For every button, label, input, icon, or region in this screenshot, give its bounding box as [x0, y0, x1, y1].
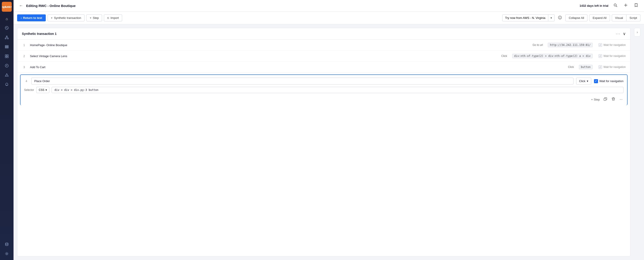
import-label: Import	[110, 16, 119, 19]
step-selector-1: http://34.242.111.159:81/	[548, 43, 592, 47]
sidebar-item-apm[interactable]	[2, 24, 11, 32]
app-logo[interactable]: splunk>	[2, 2, 12, 12]
script-button[interactable]: Script	[626, 14, 640, 21]
step-nav-label-4: Wait for navigation	[600, 79, 624, 83]
add-step-plus-icon: +	[591, 98, 593, 101]
step-4-bottom: Selector CSS ▾	[24, 87, 624, 93]
chevron-left-icon: ‹	[21, 16, 22, 19]
svg-point-3	[8, 38, 8, 39]
logs-icon	[5, 45, 9, 50]
script-label: Script	[630, 16, 637, 19]
step-nav-check-1[interactable]: ✓	[598, 43, 602, 47]
search-button[interactable]	[612, 2, 619, 9]
transaction-header: Synthetic transaction 1 ··· ∨	[17, 28, 630, 40]
main-area: ← Editing RWC - Online Boutique 1432 day…	[14, 0, 644, 260]
svg-line-5	[7, 37, 8, 38]
sidebar-item-rum[interactable]	[2, 62, 11, 70]
step-num-3: 3	[22, 65, 26, 69]
region-label: Try now from AWS - N. Virginia	[505, 16, 546, 19]
selector-type-value: CSS	[39, 88, 44, 92]
home-icon: ⌂	[6, 17, 8, 21]
view-toggle: Visual Script	[612, 14, 640, 21]
sidebar-item-home[interactable]: ⌂	[2, 15, 11, 23]
sidebar-item-infrastructure[interactable]	[2, 34, 11, 42]
import-icon: ⎋	[107, 16, 109, 19]
table-row-active: 4 Click ▾ Wait for navigation	[20, 74, 628, 105]
step-nav-check-3[interactable]: ✓	[598, 65, 602, 69]
visual-label: Visual	[615, 16, 623, 19]
chevron-right-icon: ›	[637, 30, 638, 34]
sidebar-item-alerts[interactable]	[2, 72, 11, 80]
synthetic-transaction-label: Synthetic transaction	[54, 16, 81, 19]
step-action-label-2: Click	[501, 54, 507, 58]
step-num-2: 2	[22, 54, 26, 58]
plus-icon-2: +	[90, 16, 92, 19]
add-button[interactable]	[622, 2, 629, 9]
apm-icon	[5, 26, 9, 31]
svg-rect-11	[5, 56, 6, 58]
data-management-icon	[5, 242, 9, 247]
step-nav-label-1: Wait for navigation	[604, 43, 626, 47]
table-row: 3 Add To Cart Click button ✓ Wait for na…	[17, 62, 630, 73]
bookmark-button[interactable]	[633, 2, 640, 9]
transaction-panel: Synthetic transaction 1 ··· ∨ 1 HomePage…	[17, 28, 630, 257]
add-step-label: Step	[594, 98, 600, 101]
svg-rect-12	[7, 56, 8, 58]
top-header: ← Editing RWC - Online Boutique 1432 day…	[14, 0, 644, 12]
selector-value-input[interactable]	[52, 87, 624, 93]
more-options-button[interactable]: ···	[619, 97, 624, 102]
content-area: Synthetic transaction 1 ··· ∨ 1 HomePage…	[14, 24, 644, 260]
step-nav-label-3: Wait for navigation	[604, 65, 626, 69]
sidebar-item-dashboards[interactable]	[2, 53, 11, 61]
selector-label: Selector	[24, 88, 34, 92]
step-nav-3: ✓ Wait for navigation	[598, 65, 626, 69]
collapse-all-button[interactable]: Collapse All	[565, 14, 588, 21]
svg-point-16	[6, 243, 8, 244]
step-selector-2: div:nth-of-type(2) > div:nth-of-type(2) …	[512, 54, 593, 58]
info-button[interactable]	[556, 15, 564, 21]
step-action-select-4[interactable]: Click ▾	[576, 78, 591, 85]
expand-all-button[interactable]: Expand All	[589, 14, 610, 21]
back-button[interactable]: ←	[18, 2, 24, 9]
transaction-collapse-button[interactable]: ∨	[623, 31, 626, 36]
return-to-test-button[interactable]: ‹ Return to test	[17, 14, 46, 21]
step-label: Step	[93, 16, 99, 19]
sidebar-item-settings[interactable]	[2, 250, 11, 258]
sidebar-item-data-management[interactable]	[2, 241, 11, 249]
step-nav-4: Wait for navigation	[594, 79, 624, 83]
right-panel-collapse-button[interactable]: ›	[634, 28, 640, 36]
wait-nav-checkbox-4[interactable]	[594, 79, 598, 83]
sidebar-item-logs[interactable]	[2, 43, 11, 51]
sidebar-item-notifications[interactable]	[2, 81, 11, 89]
step-button[interactable]: + Step	[86, 14, 102, 21]
region-button[interactable]: Try now from AWS - N. Virginia	[502, 14, 548, 21]
delete-step-button[interactable]	[611, 96, 616, 103]
svg-line-19	[616, 6, 617, 7]
synthetic-transaction-button[interactable]: + Synthetic transaction	[48, 14, 84, 21]
plus-icon-1: +	[51, 16, 53, 19]
add-step-button[interactable]: + Step	[591, 98, 600, 101]
import-button[interactable]: ⎋ Import	[104, 14, 122, 21]
trial-text: 1432 days left in trial	[580, 4, 608, 7]
visual-button[interactable]: Visual	[612, 14, 626, 21]
selector-type-dropdown-icon: ▾	[46, 88, 47, 92]
duplicate-step-button[interactable]	[602, 96, 608, 103]
expand-all-label: Expand All	[592, 16, 606, 19]
region-dropdown-button[interactable]: ▾	[548, 14, 554, 21]
step-name-input-4[interactable]	[31, 78, 574, 85]
table-row: 2 Select Vintage Camera Lens Click div:n…	[17, 51, 630, 62]
step-action-label-1: Go to url	[532, 43, 543, 47]
step-nav-1: ✓ Wait for navigation	[598, 43, 626, 47]
settings-icon	[5, 252, 9, 257]
selector-type-button[interactable]: CSS ▾	[36, 87, 49, 93]
alerts-icon	[5, 73, 9, 78]
svg-point-24	[560, 17, 560, 17]
step-nav-check-2[interactable]: ✓	[598, 54, 602, 58]
svg-point-17	[6, 253, 8, 254]
transaction-more-button[interactable]: ···	[616, 31, 620, 36]
svg-point-2	[5, 38, 6, 39]
logo-text: splunk>	[2, 5, 12, 8]
step-name-3: Add To Cart	[30, 65, 564, 69]
svg-point-1	[6, 36, 8, 37]
step-action-value-4: Click	[579, 79, 586, 83]
